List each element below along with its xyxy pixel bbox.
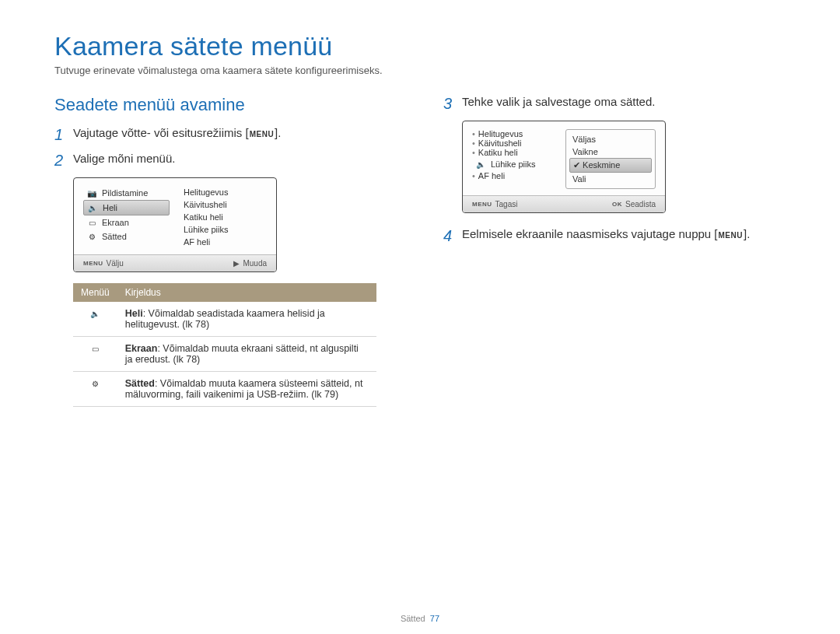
footer-change: ▶ Muuda	[233, 259, 267, 268]
right-column: 3 Tehke valik ja salvestage oma sätted. …	[443, 95, 786, 407]
submenu-item-active: 🔈 Lühike piiks	[472, 157, 555, 171]
check-icon: ✔	[573, 160, 580, 170]
sound-icon: 🔈	[87, 203, 98, 212]
submenu-item: AF heli	[472, 171, 555, 180]
camera-icon: 📷	[86, 188, 97, 198]
menu-label: MENU	[249, 130, 275, 138]
step-3: 3 Tehke valik ja salvestage oma sätted.	[443, 95, 786, 113]
option-item: Vaikne	[569, 145, 652, 158]
table-row: ⚙ Sätted: Võimaldab muuta kaamera süstee…	[73, 372, 376, 407]
gear-icon: ⚙	[89, 380, 100, 389]
step-number: 3	[443, 95, 454, 113]
menu-label: MENU	[718, 231, 744, 240]
option-item-selected: ✔ Keskmine	[569, 158, 652, 173]
left-column: Seadete menüü avamine 1 Vajutage võtte- …	[54, 95, 397, 407]
page-footer: Sätted 77	[0, 614, 840, 623]
step-number: 4	[443, 227, 454, 245]
gear-icon: ⚙	[86, 232, 97, 241]
sound-icon: 🔈	[89, 310, 100, 319]
submenu-item: Käivitusheli	[180, 198, 267, 211]
submenu-item: Lühike piiks	[180, 223, 267, 236]
step-text: Tehke valik ja salvestage oma sätted.	[462, 95, 655, 108]
section-heading: Seadete menüü avamine	[54, 95, 397, 115]
submenu-item: Katiku heli	[180, 211, 267, 223]
submenu-item: Helitugevus	[472, 129, 555, 138]
table-head-menu: Menüü	[73, 283, 117, 302]
display-icon: ▭	[86, 218, 97, 227]
footer-set: OK Seadista	[612, 200, 656, 208]
menu-item-ekraan: ▭ Ekraan	[83, 215, 170, 229]
sound-icon: 🔈	[475, 159, 486, 169]
page-title: Kaamera sätete menüü	[54, 31, 786, 61]
submenu-item: Helitugevus	[180, 186, 267, 198]
table-row: 🔈 Heli: Võimaldab seadistada kaamera hel…	[73, 302, 376, 337]
step-number: 1	[54, 126, 65, 144]
submenu-item: Katiku heli	[472, 148, 555, 157]
submenu-item: Käivitusheli	[472, 138, 555, 148]
step-text: Eelmisele ekraanile naasmiseks vajutage …	[462, 227, 750, 240]
camera-screen-menu: 📷 Pildistamine 🔈 Heli ▭ Ekraan ⚙	[73, 177, 277, 272]
menu-item-pildistamine: 📷 Pildistamine	[83, 186, 170, 200]
table-head-desc: Kirjeldus	[117, 283, 376, 302]
option-item: Vali	[569, 173, 652, 185]
footer-exit: MENU Välju	[83, 259, 124, 268]
footer-back: MENU Tagasi	[472, 200, 517, 208]
camera-screen-volume: Helitugevus Käivitusheli Katiku heli 🔈 L…	[462, 121, 666, 213]
table-row: ▭ Ekraan: Võimaldab muuta ekraani sättei…	[73, 337, 376, 372]
step-1: 1 Vajutage võtte- või esitusrežiimis [ME…	[54, 126, 397, 144]
display-icon: ▭	[89, 345, 100, 354]
page-subtitle: Tutvuge erinevate võimalustega oma kaame…	[54, 65, 786, 76]
step-4: 4 Eelmisele ekraanile naasmiseks vajutag…	[443, 227, 786, 245]
step-2: 2 Valige mõni menüü.	[54, 152, 397, 170]
menu-description-table: Menüü Kirjeldus 🔈 Heli: Võimaldab seadis…	[73, 283, 376, 407]
submenu-item: AF heli	[180, 236, 267, 248]
step-text: Vajutage võtte- või esitusrežiimis [MENU…	[73, 126, 281, 139]
menu-item-heli: 🔈 Heli	[83, 200, 170, 215]
step-number: 2	[54, 152, 65, 170]
option-item: Väljas	[569, 133, 652, 145]
step-text: Valige mõni menüü.	[73, 152, 175, 165]
menu-item-satted: ⚙ Sätted	[83, 229, 170, 243]
